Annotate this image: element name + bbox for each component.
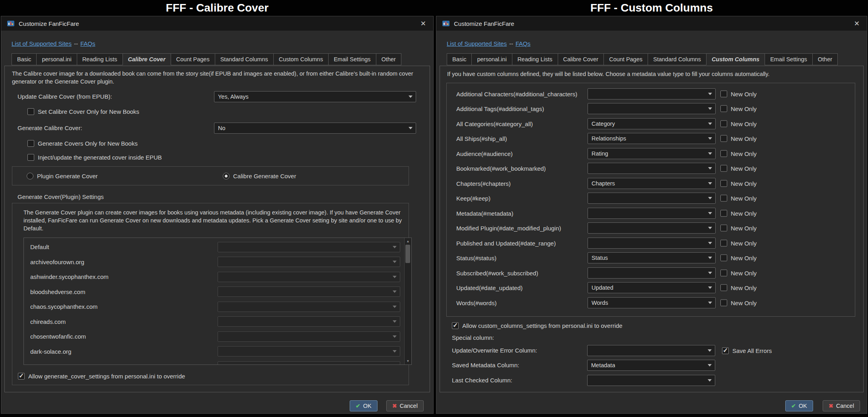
scroll-up-icon[interactable]: ▲ [405,238,411,244]
new-only-checkbox[interactable] [720,269,727,276]
chevron-down-icon [393,246,397,248]
new-only-checkbox[interactable] [720,135,727,142]
new-only-checkbox[interactable] [720,90,727,97]
column-value-select[interactable] [588,103,716,114]
close-button[interactable]: ✕ [419,19,428,28]
tab-reading-lists[interactable]: Reading Lists [77,53,123,65]
tab-other[interactable]: Other [376,53,401,65]
inject-cover-checkbox[interactable] [27,154,34,161]
site-setting-select[interactable] [218,316,400,327]
generate-covers-new-books-row: Generate Covers Only for New Books [27,139,138,147]
plugin-generate-cover-radio[interactable] [27,173,33,179]
cancel-button-label: Cancel [400,403,418,409]
allow-generate-cover-settings-override-checkbox[interactable] [18,373,25,380]
update-cover-select[interactable]: Yes, Always [214,91,416,102]
last-checked-column-select[interactable] [587,375,715,386]
site-setting-select[interactable] [218,302,400,312]
column-value-select[interactable] [588,267,716,279]
calibre-generate-cover-label: Calibre Generate Cover [233,173,296,179]
column-value-select[interactable] [588,208,716,219]
column-value-select[interactable] [588,193,716,204]
close-button[interactable]: ✕ [852,19,861,28]
save-all-errors-checkbox[interactable] [722,347,729,354]
site-setting-select[interactable] [218,346,400,357]
special-column-heading: Special column: [452,334,494,341]
tab-calibre-cover[interactable]: Calibre Cover [123,53,171,65]
site-setting-select[interactable] [218,286,400,297]
column-value-select[interactable]: Updated [588,282,716,293]
site-setting-select[interactable] [218,257,400,267]
tab-basic[interactable]: Basic [447,53,472,65]
chevron-down-icon [708,272,712,274]
scroll-down-icon[interactable]: ▼ [405,358,411,364]
cancel-button[interactable]: ✖ Cancel [823,400,860,411]
generate-cover-select[interactable]: No [214,123,416,134]
ok-button[interactable]: ✔ OK [350,400,378,411]
new-only-checkbox[interactable] [720,255,727,261]
faqs-link[interactable]: FAQs [516,40,531,47]
vertical-scrollbar[interactable]: ▲ ▼ [404,238,411,364]
column-value-select[interactable] [588,238,716,249]
ok-button[interactable]: ✔ OK [785,400,813,411]
column-label: Chapters(#chapters) [456,180,511,187]
column-value-select[interactable]: Words [588,297,716,308]
tab-bar: Basicpersonal.iniReading ListsCalibre Co… [447,53,838,65]
new-only-checkbox[interactable] [720,299,727,306]
tab-reading-lists[interactable]: Reading Lists [512,53,558,65]
new-only-checkbox[interactable] [720,225,727,232]
new-only-checkbox[interactable] [720,150,727,157]
column-value-select[interactable]: Relationships [588,133,716,144]
saved-metadata-column-select[interactable]: Metadata [587,360,715,371]
new-only-label: New Only [731,150,757,157]
tab-personal-ini[interactable]: personal.ini [471,53,512,65]
tab-other[interactable]: Other [812,53,838,65]
new-only-label: New Only [731,255,757,261]
tab-custom-columns[interactable]: Custom Columns [273,53,329,65]
column-value-select[interactable]: Status [588,252,716,263]
combo-value: No [218,125,226,131]
tab-personal-ini[interactable]: personal.ini [36,53,77,65]
site-setting-select[interactable] [218,272,400,282]
column-value-select[interactable] [588,222,716,234]
column-value-select[interactable]: Category [588,118,716,129]
site-setting-select[interactable] [218,361,400,365]
supported-sites-link[interactable]: List of Supported Sites [12,40,72,47]
site-name-label: bloodshedverse.com [30,288,85,295]
tab-standard-columns[interactable]: Standard Columns [648,53,706,65]
site-setting-select[interactable] [218,331,400,342]
tab-calibre-cover[interactable]: Calibre Cover [558,53,604,65]
tab-standard-columns[interactable]: Standard Columns [215,53,274,65]
generate-cover-settings-title: Generate Cover(Plugin) Settings [18,193,104,200]
new-only-checkbox[interactable] [720,105,727,112]
allow-custom-columns-settings-override-checkbox[interactable] [452,322,459,329]
column-value-select[interactable] [588,88,716,99]
cancel-button[interactable]: ✖ Cancel [386,400,424,411]
tab-email-settings[interactable]: Email Settings [765,53,813,65]
custom-column-row: Published and Updated(#date_range)New On… [447,236,855,251]
supported-sites-link[interactable]: List of Supported Sites [447,40,507,47]
new-only-checkbox[interactable] [720,120,727,127]
new-only-checkbox[interactable] [720,165,727,172]
column-value-select[interactable]: Rating [588,148,716,159]
site-setting-select[interactable] [218,242,400,252]
new-only-checkbox[interactable] [720,180,727,187]
generate-covers-new-books-checkbox[interactable] [27,140,34,147]
scrollbar-thumb[interactable] [405,245,410,263]
tab-basic[interactable]: Basic [12,53,37,65]
set-cover-new-books-checkbox[interactable] [27,108,34,115]
tab-count-pages[interactable]: Count Pages [171,53,215,65]
column-value-select[interactable]: Chapters [588,178,716,189]
new-only-checkbox[interactable] [720,240,727,246]
window-title: Customize FanFicFare [454,20,514,27]
new-only-checkbox[interactable] [720,284,727,291]
faqs-link[interactable]: FAQs [80,40,95,47]
close-icon: ✕ [854,20,860,27]
tab-email-settings[interactable]: Email Settings [328,53,376,65]
error-column-select[interactable] [587,345,715,356]
new-only-checkbox[interactable] [720,210,727,216]
tab-count-pages[interactable]: Count Pages [603,53,648,65]
tab-custom-columns[interactable]: Custom Columns [706,53,765,65]
calibre-generate-cover-radio[interactable] [223,173,230,179]
column-value-select[interactable] [588,163,716,174]
new-only-checkbox[interactable] [720,195,727,202]
